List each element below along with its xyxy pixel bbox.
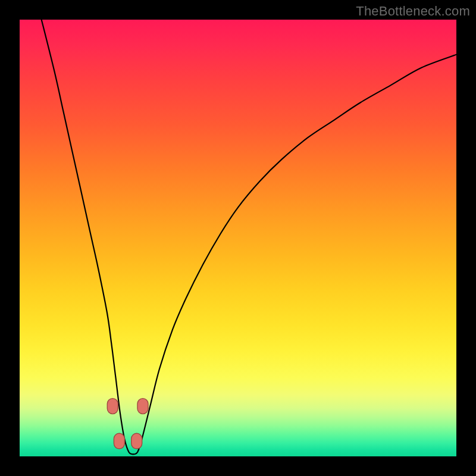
bottleneck-curve (42, 20, 456, 454)
plot-area (20, 20, 456, 456)
curve-marker (131, 433, 142, 449)
curve-marker (137, 399, 148, 414)
watermark-text: TheBottleneck.com (356, 4, 470, 19)
curve-svg (20, 20, 456, 456)
chart-frame: TheBottleneck.com (0, 0, 476, 476)
curve-marker (107, 399, 118, 414)
curve-marker (114, 433, 124, 449)
curve-markers (107, 399, 148, 449)
